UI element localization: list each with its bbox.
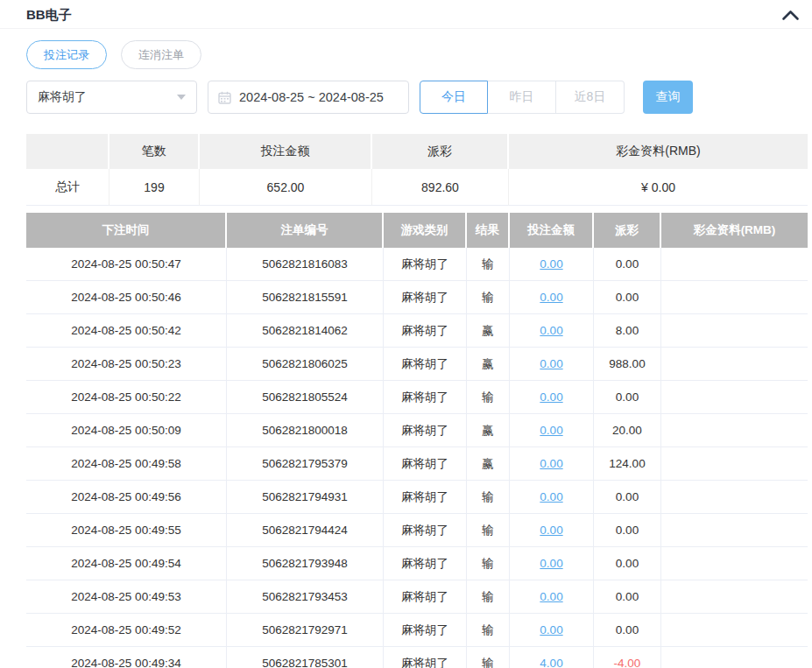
cell-result: 赢 [467,314,510,348]
cell-payout: 124.00 [594,447,661,481]
cell-bet-amount: 0.00 [510,614,594,647]
table-row: 2024-08-25 00:49:54 5062821793948 麻将胡了 输… [26,547,808,580]
cell-payout: 8.00 [594,314,661,348]
table-row: 2024-08-25 00:50:23 5062821806025 麻将胡了 赢… [26,348,808,381]
summary-header-blank [26,134,109,169]
cell-bonus [661,281,808,314]
cell-game-type: 麻将胡了 [384,281,467,314]
quick-button-last-8-days[interactable]: 近8日 [556,81,625,114]
cell-order-id: 5062821785301 [227,647,384,668]
cell-result: 输 [467,481,510,514]
table-row: 2024-08-25 00:50:09 5062821800018 麻将胡了 赢… [26,414,808,447]
summary-header-row: 笔数 投注金额 派彩 彩金资料(RMB) [26,134,808,169]
cell-bet-time: 2024-08-25 00:49:55 [26,514,227,547]
cell-game-type: 麻将胡了 [384,514,467,547]
cell-bet-time: 2024-08-25 00:50:42 [26,314,227,348]
cell-bet-amount: 0.00 [510,514,594,547]
summary-header-bonus: 彩金资料(RMB) [509,134,808,169]
table-row: 2024-08-25 00:49:55 5062821794424 麻将胡了 输… [26,514,808,547]
bet-amount-link[interactable]: 0.00 [540,324,562,337]
cell-bonus [661,414,808,447]
cell-bet-time: 2024-08-25 00:50:09 [26,414,227,447]
search-button[interactable]: 查询 [643,81,693,114]
tab-cancelled-orders[interactable]: 连消注单 [121,40,201,69]
bet-amount-link[interactable]: 0.00 [540,257,562,271]
summary-total-bet-amount: 652.00 [200,169,372,206]
chevron-up-icon [781,11,800,24]
bet-amount-link[interactable]: 0.00 [540,623,562,636]
summary-header-count: 笔数 [109,134,200,169]
table-row: 2024-08-25 00:50:47 5062821816083 麻将胡了 输… [26,248,808,281]
cell-bonus [661,580,808,614]
bet-amount-link[interactable]: 0.00 [540,590,562,603]
collapse-button[interactable] [780,7,801,23]
cell-bet-time: 2024-08-25 00:49:58 [26,447,227,481]
game-type-select[interactable]: 麻将胡了 [26,81,197,114]
panel-title: BB电子 [26,7,72,24]
table-row: 2024-08-25 00:49:52 5062821792971 麻将胡了 输… [26,614,808,647]
cell-bet-amount: 4.00 [510,647,594,668]
bet-amount-link[interactable]: 0.00 [540,524,562,537]
quick-date-button-group: 今日 昨日 近8日 [420,81,625,114]
cell-bet-time: 2024-08-25 00:50:47 [26,248,227,281]
summary-total-count: 199 [109,169,200,206]
bet-amount-link[interactable]: 4.00 [540,657,562,668]
record-tabs: 投注记录 连消注单 [26,40,812,69]
cell-payout: 0.00 [594,281,661,314]
quick-button-yesterday[interactable]: 昨日 [488,81,556,114]
quick-button-today[interactable]: 今日 [420,81,488,114]
bet-amount-link[interactable]: 0.00 [540,557,562,570]
cell-game-type: 麻将胡了 [384,348,467,381]
caret-down-icon [177,95,186,100]
cell-bet-amount: 0.00 [510,348,594,381]
cell-bet-time: 2024-08-25 00:49:52 [26,614,227,647]
cell-payout: 0.00 [594,614,661,647]
cell-bonus [661,614,808,647]
date-range-value: 2024-08-25 ~ 2024-08-25 [239,90,384,104]
bet-amount-link[interactable]: 0.00 [540,390,562,404]
cell-game-type: 麻将胡了 [384,614,467,647]
date-range-input[interactable]: 2024-08-25 ~ 2024-08-25 [208,81,409,114]
table-row: 2024-08-25 00:49:56 5062821794931 麻将胡了 输… [26,481,808,514]
summary-table: 笔数 投注金额 派彩 彩金资料(RMB) 总计 199 652.00 892.6… [26,134,808,206]
cell-bonus [661,314,808,348]
cell-order-id: 5062821794424 [227,514,384,547]
table-row: 2024-08-25 00:49:58 5062821795379 麻将胡了 赢… [26,447,808,481]
cell-bonus [661,381,808,414]
cell-bet-time: 2024-08-25 00:50:23 [26,348,227,381]
header-payout: 派彩 [594,213,661,248]
summary-total-row: 总计 199 652.00 892.60 ¥ 0.00 [26,169,808,206]
cell-bet-amount: 0.00 [510,381,594,414]
cell-result: 输 [467,281,510,314]
cell-result: 输 [467,614,510,647]
bet-amount-link[interactable]: 0.00 [540,490,562,503]
cell-bet-amount: 0.00 [510,481,594,514]
table-row: 2024-08-25 00:49:34 5062821785301 麻将胡了 输… [26,647,808,668]
cell-result: 赢 [467,348,510,381]
cell-bet-amount: 0.00 [510,314,594,348]
cell-result: 输 [467,514,510,547]
cell-bet-time: 2024-08-25 00:49:34 [26,647,227,668]
cell-order-id: 5062821794931 [227,481,384,514]
bet-amount-link[interactable]: 0.00 [540,424,562,437]
filter-bar: 麻将胡了 2024-08-25 ~ 2024-08-25 今日 昨日 近8日 查… [26,81,812,114]
cell-order-id: 5062821806025 [227,348,384,381]
cell-bet-amount: 0.00 [510,580,594,614]
table-row: 2024-08-25 00:49:53 5062821793453 麻将胡了 输… [26,580,808,614]
records-header-row: 下注时间 注单编号 游戏类别 结果 投注金额 派彩 彩金资料(RMB) [26,213,808,248]
table-row: 2024-08-25 00:50:46 5062821815591 麻将胡了 输… [26,281,808,314]
cell-bet-amount: 0.00 [510,547,594,580]
cell-result: 输 [467,547,510,580]
header-game-type: 游戏类别 [384,213,467,248]
cell-bet-amount: 0.00 [510,447,594,481]
cell-game-type: 麻将胡了 [384,381,467,414]
header-bonus: 彩金资料(RMB) [661,213,808,248]
tab-bet-records[interactable]: 投注记录 [26,40,107,69]
cell-game-type: 麻将胡了 [384,647,467,668]
cell-game-type: 麻将胡了 [384,414,467,447]
bet-amount-link[interactable]: 0.00 [540,357,562,370]
bet-amount-link[interactable]: 0.00 [540,457,562,470]
cell-bonus [661,348,808,381]
bet-amount-link[interactable]: 0.00 [540,291,562,304]
summary-total-label: 总计 [26,169,109,206]
